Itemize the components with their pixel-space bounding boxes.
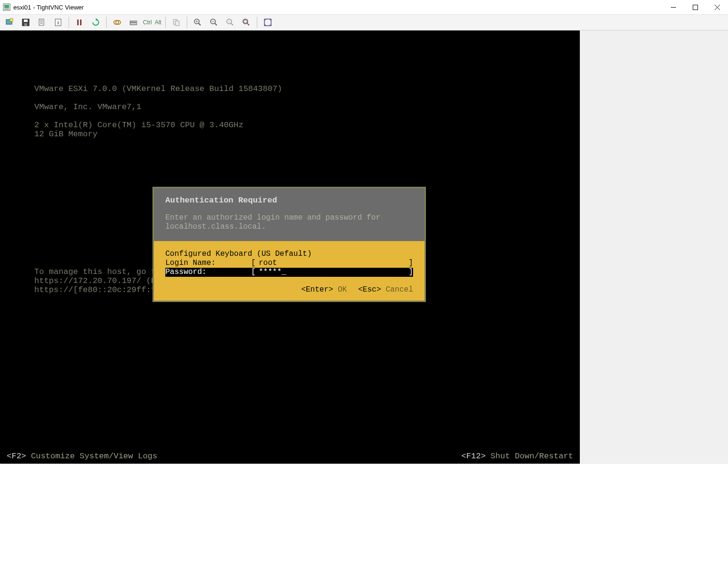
svg-rect-18 [77, 20, 79, 25]
alt-key-toggle[interactable]: Alt [155, 19, 162, 26]
info-icon[interactable]: i [51, 16, 65, 29]
save-icon[interactable] [19, 16, 32, 29]
svg-line-35 [215, 23, 217, 25]
window-padding [0, 464, 728, 586]
shutdown-restart-label: Shut Down/Restart [491, 452, 573, 461]
svg-rect-4 [693, 5, 698, 10]
toolbar-separator [187, 17, 187, 28]
maximize-button[interactable] [684, 0, 706, 14]
svg-rect-27 [135, 22, 136, 23]
send-keys-icon[interactable] [127, 16, 140, 29]
zoom-100-icon[interactable]: 1 [223, 16, 237, 29]
ok-key-hint: <Enter> [301, 285, 333, 294]
svg-rect-19 [80, 20, 81, 25]
svg-rect-2 [4, 9, 9, 10]
vnc-toolbar: i Ctrl Alt 1 [0, 14, 728, 30]
toolbar-separator [165, 17, 166, 28]
close-button[interactable] [706, 0, 728, 14]
esxi-management-urls: To manage this host, go to https://172.2… [34, 258, 161, 313]
cancel-key-hint: <Esc> [358, 285, 381, 294]
dialog-subtitle: Enter an authorized login name and passw… [165, 213, 413, 232]
keyboard-config-label: Configured Keyboard (US Default) [165, 250, 413, 259]
svg-line-38 [231, 23, 233, 25]
svg-rect-11 [24, 23, 27, 26]
vnc-remote-display[interactable]: VMware ESXi 7.0.0 (VMKernel Release Buil… [0, 30, 580, 464]
minimize-button[interactable] [662, 0, 684, 14]
svg-rect-29 [175, 21, 179, 26]
login-name-input[interactable]: root [259, 259, 405, 268]
password-row[interactable]: Password: [ *****_ ] [165, 268, 413, 277]
tightvnc-app-icon [3, 3, 10, 11]
svg-text:i: i [57, 20, 59, 25]
ok-button[interactable]: OK [338, 285, 347, 294]
f12-key-hint: <F12> [461, 452, 485, 461]
esxi-system-info: VMware ESXi 7.0.0 (VMKernel Release Buil… [34, 75, 282, 157]
svg-rect-1 [4, 5, 9, 8]
svg-rect-10 [24, 20, 28, 22]
svg-rect-26 [133, 22, 134, 23]
svg-rect-25 [132, 22, 133, 23]
file-transfer-icon[interactable] [170, 16, 183, 29]
toolbar-separator [257, 17, 257, 28]
dialog-title: Authentication Required [165, 196, 413, 205]
toolbar-separator [69, 17, 69, 28]
toolbar-separator [106, 17, 107, 28]
zoom-out-icon[interactable] [207, 16, 221, 29]
svg-rect-43 [264, 19, 271, 26]
new-connection-icon[interactable] [3, 16, 16, 29]
svg-text:1: 1 [228, 20, 230, 23]
options-icon[interactable] [35, 16, 49, 29]
refresh-icon[interactable] [89, 16, 102, 29]
ctrl-key-toggle[interactable]: Ctrl [143, 19, 152, 26]
password-input[interactable]: *****_ [259, 268, 405, 277]
svg-line-31 [199, 23, 201, 25]
pause-icon[interactable] [73, 16, 86, 29]
fullscreen-icon[interactable] [261, 16, 274, 29]
authentication-dialog: Authentication Required Enter an authori… [152, 187, 426, 302]
window-titlebar: esxi01 - TightVNC Viewer [0, 0, 728, 14]
svg-rect-42 [244, 20, 247, 23]
zoom-in-icon[interactable] [191, 16, 204, 29]
password-label: Password: [165, 268, 251, 277]
svg-line-41 [247, 23, 249, 25]
ctrlaltdel-icon[interactable] [111, 16, 124, 29]
svg-rect-24 [131, 22, 131, 23]
zoom-auto-icon[interactable] [240, 16, 253, 29]
window-title: esxi01 - TightVNC Viewer [13, 4, 725, 11]
dialog-actions: <Enter> OK <Esc> Cancel [165, 285, 413, 294]
cancel-button[interactable]: Cancel [385, 285, 413, 294]
esxi-footer: <F2> Customize System/View Logs <F12> Sh… [0, 448, 580, 464]
f2-key-hint: <F2> [7, 452, 26, 461]
login-name-label: Login Name: [165, 259, 251, 268]
customize-system-label: Customize System/View Logs [31, 452, 157, 461]
svg-rect-8 [10, 19, 13, 21]
login-name-row[interactable]: Login Name: [ root ] [165, 259, 413, 268]
